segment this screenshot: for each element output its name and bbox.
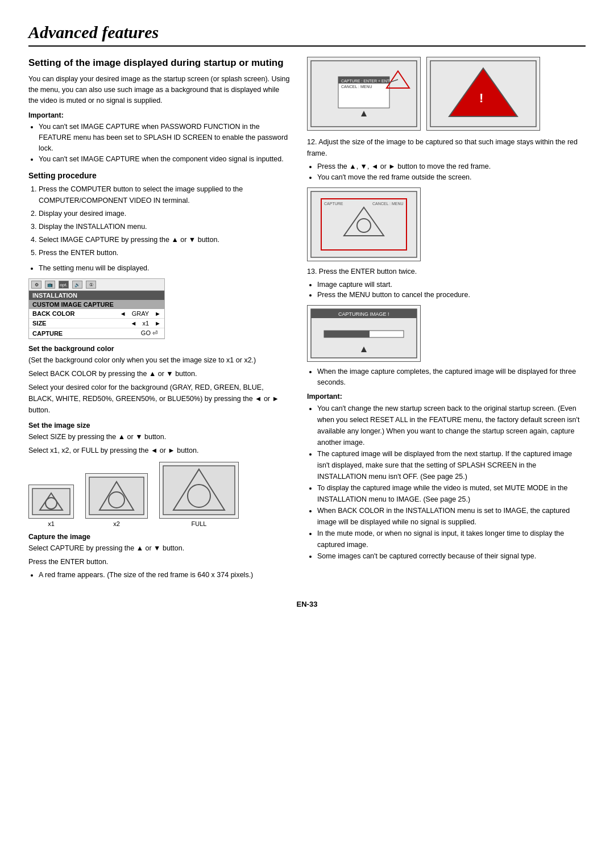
when-complete-bullet: When the image capture completes, the ca… xyxy=(307,366,586,388)
right-important-list: You can't change the new startup screen … xyxy=(307,403,586,562)
red-frame-bullet: A red frame appears. (The size of the re… xyxy=(28,570,290,581)
step12-text: 12. Adjust the size of the image to be c… xyxy=(307,136,586,159)
capture-frame-image: CAPTURE CANCEL : MENU xyxy=(307,187,421,261)
menu-icon-5: ① xyxy=(86,281,96,289)
step12-bullets: Press the ▲, ▼, ◄ or ► button to move th… xyxy=(307,161,586,183)
list-item: When the image capture completes, the ca… xyxy=(317,366,586,388)
top-img-right: ! xyxy=(426,57,540,131)
list-item: In the mute mode, or when no signal is i… xyxy=(317,528,586,550)
page-footer: EN-33 xyxy=(28,600,586,608)
size-x1: x1 xyxy=(28,485,74,527)
step7-text: Select your desired color for the backgr… xyxy=(28,382,290,416)
menu-icon-2: 📺 xyxy=(45,281,55,289)
svg-rect-30 xyxy=(324,331,370,337)
list-item: You can't move the red frame outside the… xyxy=(317,172,586,183)
size-images-group: x1 x2 xyxy=(28,462,290,527)
intro-text: You can display your desired image as th… xyxy=(28,74,290,106)
right-column: CAPTURE : ENTER + ENTER CANCEL : MENU ! xyxy=(307,57,586,583)
list-item: To display the captured image while the … xyxy=(317,482,586,505)
step11-text: Press the ENTER button. xyxy=(28,556,290,567)
svg-text:!: ! xyxy=(479,91,483,105)
size-x2: x2 xyxy=(85,473,148,527)
setting-procedure-title: Setting procedure xyxy=(28,171,290,180)
menu-row-value: x1 xyxy=(142,320,149,327)
size-img-x1 xyxy=(28,485,74,519)
menu-row-label: SIZE xyxy=(32,320,131,327)
size-full: FULL xyxy=(159,462,239,527)
step10-text: Select CAPTURE by pressing the ▲ or ▼ bu… xyxy=(28,542,290,554)
steps-list: Press the COMPUTER button to select the … xyxy=(28,183,290,258)
page-title: Advanced features xyxy=(28,23,586,47)
menu-header: INSTALLATION xyxy=(29,291,164,300)
size-img-full xyxy=(159,462,239,519)
list-item: You can't set IMAGE CAPTURE when the com… xyxy=(39,154,290,165)
svg-text:CAPTURING IMAGE !: CAPTURING IMAGE ! xyxy=(338,311,389,317)
step13-bullets: Image capture will start. Press the MENU… xyxy=(307,279,586,301)
svg-text:CAPTURE : ENTER + ENTER: CAPTURE : ENTER + ENTER xyxy=(341,79,395,83)
arrow-right-icon: ► xyxy=(155,320,161,327)
list-item: Press the COMPUTER button to select the … xyxy=(39,183,290,206)
important-list: You can't set IMAGE CAPTURE when PASSWOR… xyxy=(28,122,290,164)
left-column: Setting of the image displayed during st… xyxy=(28,57,290,583)
svg-text:CANCEL : MENU: CANCEL : MENU xyxy=(341,85,372,89)
list-item: You can't change the new startup screen … xyxy=(317,403,586,448)
list-item: The captured image will be displayed fro… xyxy=(317,448,586,482)
size-label-x2: x2 xyxy=(113,520,120,527)
list-item: The setting menu will be displayed. xyxy=(39,263,290,274)
top-images-group: CAPTURE : ENTER + ENTER CANCEL : MENU ! xyxy=(307,57,586,131)
top-img-left: CAPTURE : ENTER + ENTER CANCEL : MENU xyxy=(307,57,421,131)
arrow-left-icon: ◄ xyxy=(120,310,126,317)
menu-row-value: GO ⏎ xyxy=(141,329,157,337)
bg-color-desc: (Set the background color only when you … xyxy=(28,354,290,366)
list-item: A red frame appears. (The size of the re… xyxy=(39,570,290,581)
size-label-full: FULL xyxy=(192,520,207,527)
menu-icon-4: 🔊 xyxy=(72,281,82,289)
list-item: Press the MENU button to cancel the proc… xyxy=(317,290,586,301)
capture-image-title: Capture the image xyxy=(28,533,290,541)
important-label: Important: xyxy=(28,111,290,119)
section-heading: Setting of the image displayed during st… xyxy=(28,57,290,69)
menu-row-value: GRAY xyxy=(132,310,149,317)
menu-icon-3: opt. xyxy=(59,281,69,289)
menu-sub-header: CUSTOM IMAGE CAPTURE xyxy=(29,300,164,309)
size-img-x2 xyxy=(85,473,148,519)
list-item: Press the ▲, ▼, ◄ or ► button to move th… xyxy=(317,161,586,172)
list-item: Image capture will start. xyxy=(317,279,586,290)
menu-screenshot: ⚙ 📺 opt. 🔊 ① INSTALLATION CUSTOM IMAGE C… xyxy=(28,278,165,339)
list-item: Select IMAGE CAPTURE by pressing the ▲ o… xyxy=(39,234,290,245)
step6-text: Select BACK COLOR by pressing the ▲ or ▼… xyxy=(28,368,290,379)
set-image-size-title: Set the image size xyxy=(28,422,290,429)
list-item: Display the INSTALLATION menu. xyxy=(39,221,290,232)
menu-row-backcolor: BACK COLOR ◄ GRAY ► xyxy=(29,309,164,319)
set-bg-color-title: Set the background color xyxy=(28,345,290,353)
size-label-x1: x1 xyxy=(48,520,55,527)
menu-row-label: CAPTURE xyxy=(32,330,138,337)
step13-text: 13. Press the ENTER button twice. xyxy=(307,266,586,277)
menu-icons-row: ⚙ 📺 opt. 🔊 ① xyxy=(29,279,164,291)
list-item: Some images can't be captured correctly … xyxy=(317,550,586,562)
svg-text:CANCEL : MENU: CANCEL : MENU xyxy=(372,202,404,206)
step8-text: Select SIZE by pressing the ▲ or ▼ butto… xyxy=(28,431,290,443)
menu-icon-1: ⚙ xyxy=(31,281,42,289)
list-item: Press the ENTER button. xyxy=(39,247,290,258)
capturing-image: CAPTURING IMAGE ! xyxy=(307,305,421,362)
menu-row-size: SIZE ◄ x1 ► xyxy=(29,319,164,328)
important-label-right: Important: xyxy=(307,393,586,400)
list-item: When BACK COLOR in the INSTALLATION menu… xyxy=(317,505,586,528)
menu-row-capture: CAPTURE GO ⏎ xyxy=(29,328,164,339)
svg-text:CAPTURE: CAPTURE xyxy=(324,202,343,206)
arrow-left-icon: ◄ xyxy=(131,320,137,327)
step5-bullet: The setting menu will be displayed. xyxy=(28,263,290,274)
list-item: You can't set IMAGE CAPTURE when PASSWOR… xyxy=(39,122,290,153)
list-item: Display your desired image. xyxy=(39,208,290,219)
arrow-right-icon: ► xyxy=(155,310,161,317)
menu-row-label: BACK COLOR xyxy=(32,310,120,317)
step9-text: Select x1, x2, or FULL by pressing the ◄… xyxy=(28,445,290,456)
